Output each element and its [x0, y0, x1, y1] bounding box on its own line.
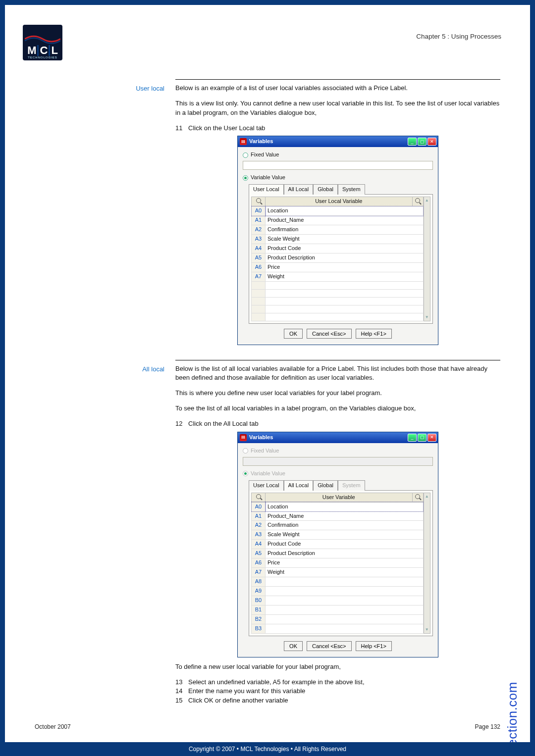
var-name: Price [266, 262, 424, 272]
table-row-empty[interactable] [252, 297, 424, 305]
table-row[interactable]: A4Product Code [252, 244, 424, 253]
tab-system[interactable]: System [338, 184, 365, 195]
page-outer-frame: M C L TECHNOLOGIES Chapter 5 : Using Pro… [0, 0, 535, 756]
var-id [252, 281, 266, 289]
table-row[interactable]: A7Weight [252, 568, 424, 577]
var-id: A4 [252, 540, 266, 549]
var-name [266, 587, 424, 596]
scroll-down-icon[interactable]: ▼ [424, 626, 430, 633]
table-row-empty[interactable] [252, 281, 424, 289]
table-row[interactable]: B3 [252, 624, 424, 633]
all-local-p2: This is where you define new user local … [175, 389, 500, 398]
table-row[interactable]: A5Product Description [252, 549, 424, 558]
table-row-empty[interactable] [252, 289, 424, 297]
maximize-icon[interactable]: ▢ [418, 434, 427, 442]
content-area: User local Below is an example of a list… [104, 79, 500, 706]
dialog1-var-table[interactable]: User Local Variable A0LocationA1Product_… [251, 197, 424, 321]
table-row-empty[interactable] [252, 305, 424, 313]
copyright-bar: Copyright © 2007 • MCL Technologies • Al… [5, 742, 530, 756]
fixed-value-input [243, 457, 433, 466]
help-button[interactable]: Help <F1> [356, 641, 392, 651]
search-icon[interactable] [256, 494, 261, 499]
maximize-icon[interactable]: ▢ [418, 138, 427, 146]
table-row[interactable]: A0Location [252, 206, 424, 216]
tab-global[interactable]: Global [313, 480, 338, 491]
cancel-button[interactable]: Cancel <Esc> [307, 641, 351, 651]
ok-button[interactable]: OK [284, 641, 303, 651]
help-button[interactable]: Help <F1> [356, 329, 392, 339]
var-id: A1 [252, 216, 266, 225]
dialog2-var-table[interactable]: User Variable A0LocationA1Product_NameA2… [251, 493, 424, 634]
table-row[interactable]: A1Product_Name [252, 216, 424, 225]
step-text: Click on the User Local tab [188, 124, 265, 133]
minimize-icon[interactable]: _ [408, 434, 417, 442]
scroll-up-icon[interactable]: ▲ [424, 493, 430, 500]
search-icon[interactable] [256, 198, 261, 203]
table-row[interactable]: A7Weight [252, 272, 424, 281]
dialog2-tabs: User Local All Local Global System [249, 480, 433, 490]
tab-global[interactable]: Global [313, 184, 338, 195]
table-row-empty[interactable] [252, 313, 424, 321]
close-icon[interactable]: ✕ [428, 434, 436, 442]
radio-fixed-value[interactable] [243, 152, 248, 158]
table-row[interactable]: A9 [252, 587, 424, 596]
logo-wave-icon [25, 30, 60, 44]
table-row[interactable]: A6Price [252, 262, 424, 272]
var-name: Location [266, 206, 424, 216]
close-icon[interactable]: ✕ [428, 138, 436, 146]
dialog-titlebar[interactable]: III Variables _ ▢ ✕ [238, 136, 438, 147]
cancel-button[interactable]: Cancel <Esc> [307, 329, 351, 339]
table-row[interactable]: A1Product_Name [252, 511, 424, 521]
table-row[interactable]: A3Scale Weight [252, 530, 424, 540]
radio-variable-value[interactable] [243, 175, 248, 181]
table-row[interactable]: A0Location [252, 502, 424, 511]
table-row[interactable]: B1 [252, 605, 424, 614]
ok-button[interactable]: OK [284, 329, 303, 339]
copyright-text: Copyright © 2007 • MCL Technologies • Al… [189, 746, 346, 753]
table-row[interactable]: A5Product Description [252, 253, 424, 262]
var-name [266, 605, 424, 614]
table-row[interactable]: B2 [252, 614, 424, 624]
fixed-value-label: Fixed Value [251, 151, 279, 159]
tab-all-local[interactable]: All Local [284, 480, 314, 491]
step-11: 11 Click on the User Local tab [175, 124, 500, 133]
table-row[interactable]: B0 [252, 596, 424, 605]
table-row[interactable]: A2Confirmation [252, 521, 424, 530]
variables-dialog-1: III Variables _ ▢ ✕ [237, 136, 438, 345]
tab-user-local[interactable]: User Local [249, 480, 284, 491]
section-label-user-local: User local [104, 84, 164, 350]
table-row[interactable]: A4Product Code [252, 540, 424, 549]
table-row[interactable]: A2Confirmation [252, 225, 424, 235]
var-id [252, 289, 266, 297]
table-row[interactable]: A3Scale Weight [252, 234, 424, 244]
var-name: Confirmation [266, 225, 424, 235]
logo-letter-l: L [51, 45, 57, 56]
tab-all-local[interactable]: All Local [284, 184, 314, 195]
dialog-app-icon: III [240, 434, 247, 441]
var-id: A1 [252, 511, 266, 521]
var-name: Weight [266, 272, 424, 281]
search-icon[interactable] [415, 494, 420, 499]
var-id: A7 [252, 568, 266, 577]
step-14: 14 Enter the name you want for this vari… [175, 687, 500, 696]
dialog-titlebar[interactable]: III Variables _ ▢ ✕ [238, 432, 438, 443]
scrollbar[interactable]: ▲ ▼ [424, 493, 430, 634]
page-inner: M C L TECHNOLOGIES Chapter 5 : Using Pro… [5, 5, 530, 756]
scrollbar[interactable]: ▲ ▼ [424, 197, 430, 321]
radio-variable-value [243, 471, 248, 476]
var-id: A5 [252, 253, 266, 262]
scroll-down-icon[interactable]: ▼ [424, 314, 430, 321]
table-row[interactable]: A8 [252, 577, 424, 587]
scroll-up-icon[interactable]: ▲ [424, 197, 430, 204]
variable-value-label: Variable Value [251, 470, 285, 478]
var-name: Product_Name [266, 511, 424, 521]
var-name [266, 305, 424, 313]
fixed-value-input[interactable] [243, 161, 433, 170]
search-icon[interactable] [415, 198, 420, 203]
dialog1-col-header: User Local Variable [266, 197, 413, 206]
minimize-icon[interactable]: _ [408, 138, 417, 146]
table-row[interactable]: A6Price [252, 558, 424, 568]
dialog1-tabs: User Local All Local Global System [249, 184, 433, 194]
var-name: Weight [266, 568, 424, 577]
tab-user-local[interactable]: User Local [249, 184, 284, 195]
